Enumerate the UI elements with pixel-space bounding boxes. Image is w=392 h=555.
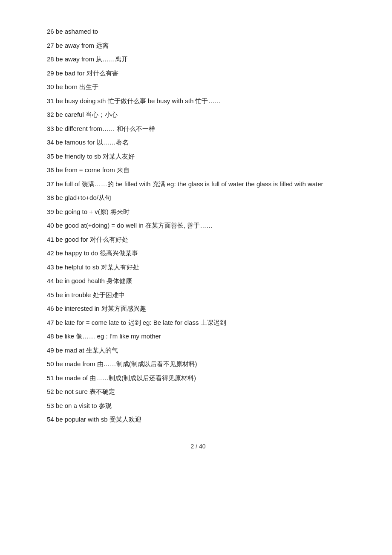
- list-item: 44 be in good health 身体健康: [47, 275, 349, 287]
- list-item: 46 be interested in 对某方面感兴趣: [47, 303, 349, 315]
- list-item: 28 be away from 从……离开: [47, 53, 349, 66]
- list-item: 48 be like 像…… eg : I'm like my mother: [47, 330, 349, 343]
- list-item: 40 be good at(+doing) = do well in 在某方面善…: [47, 220, 349, 232]
- list-item: 52 be not sure 表不确定: [47, 386, 349, 398]
- list-item: 51 be made of 由……制成(制成以后还看得见原材料): [47, 372, 349, 384]
- list-item: 32 be careful 当心；小心: [47, 109, 349, 121]
- list-item: 38 be glad+to+do/从句: [47, 192, 349, 204]
- page-footer: 2 / 40: [47, 443, 349, 450]
- list-item: 42 be happy to do 很高兴做某事: [47, 247, 349, 260]
- list-item: 31 be busy doing sth 忙于做什么事 be busy with…: [47, 95, 349, 107]
- list-item: 43 be helpful to sb 对某人有好处: [47, 261, 349, 274]
- list-item: 26 be ashamed to: [47, 26, 349, 38]
- list-item: 53 be on a visit to 参观: [47, 400, 349, 412]
- list-item: 34 be famous for 以……著名: [47, 136, 349, 149]
- main-content: 26 be ashamed to27 be away from 远离28 be …: [47, 26, 349, 426]
- list-item: 29 be bad for 对什么有害: [47, 67, 349, 80]
- list-item: 35 be friendly to sb 对某人友好: [47, 150, 349, 163]
- list-item: 30 be born 出生于: [47, 81, 349, 93]
- list-item: 27 be away from 远离: [47, 40, 349, 52]
- list-item: 39 be going to + v(原) 将来时: [47, 206, 349, 218]
- list-item: 33 be different from…… 和什么不一样: [47, 123, 349, 135]
- list-item: 45 be in trouble 处于困难中: [47, 289, 349, 301]
- list-item: 49 be mad at 生某人的气: [47, 344, 349, 357]
- list-item: 50 be made from 由……制成(制成以后看不见原材料): [47, 358, 349, 370]
- list-item: 47 be late for = come late to 迟到 eg: Be …: [47, 317, 349, 329]
- list-item: 54 be popular with sb 受某人欢迎: [47, 413, 349, 426]
- list-item: 37 be full of 装满……的 be filled with 充满 eg…: [47, 178, 349, 191]
- list-item: 41 be good for 对什么有好处: [47, 234, 349, 246]
- list-item: 36 be from = come from 来自: [47, 164, 349, 176]
